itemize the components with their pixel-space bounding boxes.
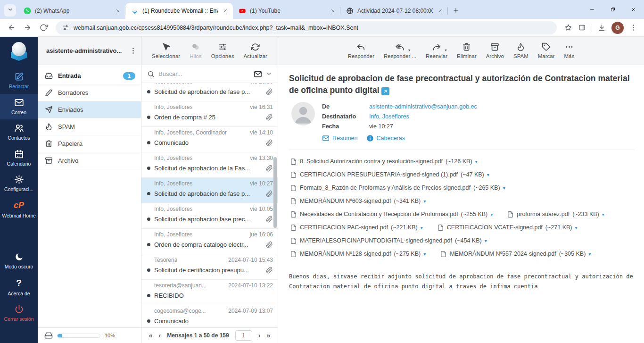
- tab-search-button[interactable]: [4, 4, 16, 17]
- sidebar-item[interactable]: cP Webmail Home: [0, 197, 38, 223]
- attachment-menu-icon[interactable]: ▾: [487, 172, 489, 177]
- browser-tab[interactable]: (2) WhatsApp: [18, 3, 125, 19]
- mail-tool-button[interactable]: SPAM: [513, 42, 528, 59]
- sidebar-item[interactable]: Contactos: [0, 119, 38, 145]
- sidebar-item[interactable]: ? Acerca de: [0, 274, 38, 301]
- sidebar-item[interactable]: Cerrar sesión: [0, 301, 38, 326]
- mail-tool-button[interactable]: Eliminar: [457, 42, 477, 59]
- chevron-down-icon[interactable]: [266, 71, 272, 77]
- attachment-file[interactable]: MATERIALESOFICINAPUNTODIGITAL-signed-sig…: [290, 237, 487, 244]
- list-scrollbar[interactable]: [273, 157, 277, 228]
- folder-item[interactable]: Archivo: [38, 152, 141, 169]
- mail-tool-button[interactable]: ▾ Responder ...: [384, 42, 416, 59]
- folder-item[interactable]: SPAM: [38, 118, 141, 135]
- attachment-menu-icon[interactable]: ▾: [475, 159, 478, 164]
- side-panel-icon[interactable]: [578, 24, 586, 32]
- attachment-file[interactable]: proforma suarez.pdf(~233 KB)▾: [507, 211, 604, 218]
- attachment-file[interactable]: CERTIFICACION PRESUPUESTARIA-signed-sign…: [290, 171, 489, 178]
- header-action-button[interactable]: Resumen: [322, 134, 358, 142]
- sidebar-item[interactable]: Calendario: [0, 145, 38, 171]
- attachment-menu-icon[interactable]: ▾: [485, 238, 487, 243]
- browser-menu-icon[interactable]: [629, 24, 637, 32]
- tab-close-icon[interactable]: [329, 7, 337, 15]
- search-input[interactable]: [158, 70, 250, 77]
- downloads-icon[interactable]: [598, 24, 606, 32]
- mail-tool-button[interactable]: Responder: [348, 42, 374, 59]
- attachment-menu-icon[interactable]: ▾: [423, 251, 426, 257]
- mail-tool-button[interactable]: Más: [564, 42, 575, 59]
- sidebar-item[interactable]: Correo: [0, 94, 38, 120]
- last-page-button[interactable]: »: [266, 332, 270, 339]
- profile-avatar[interactable]: G: [611, 22, 624, 34]
- new-tab-button[interactable]: [450, 4, 462, 17]
- message-row[interactable]: Tesoreria 2024-07-10 15:43 Solicitud de …: [141, 254, 278, 280]
- message-row[interactable]: Info, Joseflores vie 10:27 Solicitud de …: [141, 178, 278, 203]
- attachment-menu-icon[interactable]: ▾: [588, 251, 591, 257]
- tab-close-icon[interactable]: [114, 7, 122, 15]
- first-page-button[interactable]: «: [149, 332, 153, 339]
- sidebar-item[interactable]: Redactar: [0, 68, 38, 94]
- tab-close-icon[interactable]: [222, 7, 229, 15]
- message-row[interactable]: Info, Joseflores, Coordinador vie 14:10 …: [141, 127, 278, 152]
- attachment-file[interactable]: CERTIFICACION VCATE-signed.pdf(~271 KB)▾: [437, 224, 578, 231]
- folder-item[interactable]: Papelera: [38, 135, 141, 152]
- next-page-button[interactable]: ›: [258, 332, 261, 339]
- message-row[interactable]: Info, Joseflores vie 13:30 Solicitud de …: [141, 152, 278, 178]
- header-action-button[interactable]: Cabeceras: [366, 134, 405, 142]
- attachment-menu-icon[interactable]: ▾: [423, 199, 426, 204]
- restore-button[interactable]: [603, 0, 623, 19]
- sidebar-item[interactable]: Configuraci...: [0, 171, 38, 197]
- list-tool-button[interactable]: Opciones: [211, 42, 234, 59]
- page-input[interactable]: 1: [235, 330, 252, 341]
- caret-down-icon[interactable]: ▾: [445, 48, 447, 52]
- list-tool-button[interactable]: Actualizar: [243, 42, 267, 59]
- recipient-links[interactable]: Info, Joseflores: [369, 113, 409, 120]
- attachment-menu-icon[interactable]: ▾: [421, 225, 423, 230]
- message-row[interactable]: Info, Joseflores vie 10:05 Solicitud de …: [141, 203, 278, 229]
- browser-tab[interactable]: Actividad 2024-07-12 08:00:00: [340, 3, 448, 19]
- message-row[interactable]: tesoreria@sanjuan... 2024-07-10 13:22 RE…: [141, 280, 278, 305]
- folder-item[interactable]: Enviados: [38, 101, 141, 118]
- folder-item[interactable]: Entrada 1: [38, 67, 141, 84]
- minimize-button[interactable]: [582, 0, 603, 19]
- browser-tab[interactable]: (1) YouTube: [233, 3, 340, 19]
- message-row[interactable]: Info, Joseflores vie 16:31 Orden de comp…: [141, 101, 278, 127]
- attachment-file[interactable]: 8. Solicitud Autorización contra y resol…: [290, 158, 478, 165]
- attachment-file[interactable]: Formato_8_Razón de Proformas y Análisis …: [290, 184, 505, 192]
- reload-button[interactable]: [37, 21, 50, 34]
- browser-tab[interactable]: (1) Roundcube Webmail :: Envia: [125, 3, 233, 19]
- message-row[interactable]: cogecomsa@coge... 2024-07-09 13:07 Comun…: [141, 305, 278, 327]
- sidebar-item[interactable]: Modo oscuro: [0, 248, 38, 274]
- attachment-file[interactable]: MEMORÁNDUM Nº128-signed.pdf(~275 KB)▾: [290, 251, 426, 258]
- attachment-menu-icon[interactable]: ▾: [490, 212, 493, 217]
- sender-address-link[interactable]: asistente-administrativo@sanjuan.gob.ec: [369, 103, 477, 110]
- mail-tool-button[interactable]: Archivo: [486, 42, 504, 59]
- mail-tool-button[interactable]: ▾ Reenviar: [426, 42, 447, 59]
- tab-close-icon[interactable]: [437, 7, 444, 15]
- attachment-menu-icon[interactable]: ▾: [602, 212, 604, 217]
- bookmark-star-icon[interactable]: [564, 24, 572, 32]
- caret-down-icon[interactable]: ▾: [408, 48, 410, 52]
- list-tool-button[interactable]: Seleccionar: [152, 42, 180, 59]
- message-row[interactable]: Info, Joseflores vie 16:50 Solicitud de …: [141, 83, 278, 101]
- mail-tool-button[interactable]: Marcar: [538, 42, 555, 59]
- attachment-file[interactable]: CERTIFICACION PAC-signed.pdf(~221 KB)▾: [290, 224, 423, 231]
- site-info-icon[interactable]: [62, 24, 69, 31]
- open-in-new-window-icon[interactable]: [381, 87, 389, 95]
- list-tool-button[interactable]: Hilos: [190, 42, 202, 59]
- prev-page-button[interactable]: ‹: [159, 332, 161, 339]
- message-row[interactable]: Info, Joseflores jue 16:06 Orden de comp…: [141, 229, 278, 254]
- back-button[interactable]: [5, 21, 18, 34]
- attachment-menu-icon[interactable]: ▾: [575, 225, 577, 230]
- attachment-file[interactable]: MEMORÁNDUM Nº603-signed.pdf(~341 KB)▾: [290, 198, 426, 205]
- attachment-menu-icon[interactable]: ▾: [503, 185, 505, 191]
- attachment-file[interactable]: MEMORÁNDUM Nº557-2024-signed.pdf(~305 KB…: [440, 251, 591, 258]
- close-window-button[interactable]: [623, 0, 644, 19]
- folder-options-icon[interactable]: [129, 47, 137, 55]
- forward-button[interactable]: [21, 21, 34, 34]
- address-bar[interactable]: webmail.sanjuan.gob.ec/cpsess8149950884/…: [56, 21, 557, 34]
- folder-item[interactable]: Borradores: [38, 84, 141, 101]
- mark-messages-icon[interactable]: [254, 70, 262, 78]
- message-subject-line: Solicitud de aprobacion fase prec...: [147, 216, 273, 223]
- attachment-file[interactable]: Necesidades de Contratación y Recepción …: [290, 211, 493, 218]
